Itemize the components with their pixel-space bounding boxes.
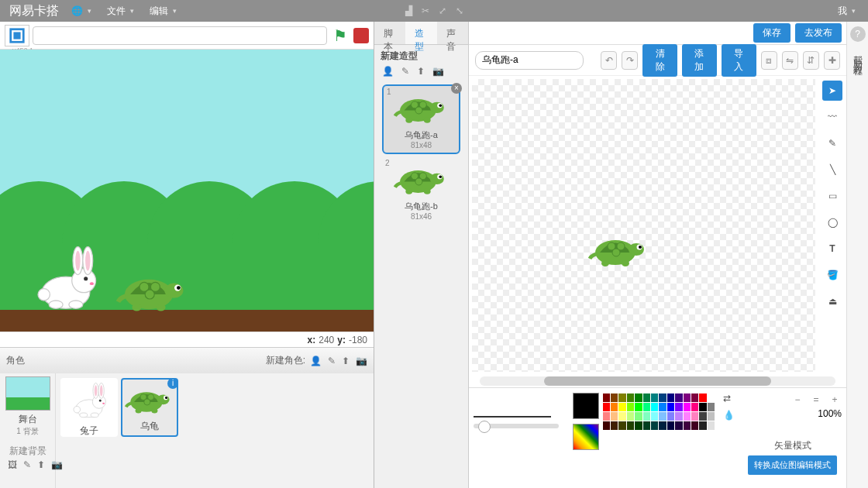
tab-script[interactable]: 脚本 bbox=[374, 22, 405, 44]
color-palette[interactable] bbox=[602, 393, 716, 431]
text-tool[interactable]: T bbox=[822, 239, 842, 259]
zoom-in-icon[interactable]: + bbox=[828, 393, 842, 407]
import-button[interactable]: 导入 bbox=[722, 44, 756, 77]
file-menu[interactable]: 文件 bbox=[99, 5, 142, 18]
stage[interactable] bbox=[0, 50, 374, 332]
oval-tool[interactable]: ◯ bbox=[822, 212, 842, 232]
stage-thumb[interactable]: 舞台 1 背景 新建背景 🖼 ✎ ⬆ 📷 bbox=[0, 373, 56, 488]
zoom-out-icon[interactable]: − bbox=[790, 393, 804, 407]
vector-mode-label: 矢量模式 bbox=[743, 439, 842, 452]
toolbar-center: ▟ ✂ ⤢ ⤡ bbox=[405, 5, 463, 16]
grow-icon[interactable]: ⤢ bbox=[439, 5, 446, 16]
camera-icon[interactable]: 📷 bbox=[356, 356, 367, 366]
info-badge[interactable]: i bbox=[167, 378, 178, 389]
publish-button[interactable]: 去发布 bbox=[795, 23, 842, 43]
brand: 网易卡搭 bbox=[5, 3, 64, 19]
h-scrollbar[interactable] bbox=[480, 376, 835, 386]
center-icon[interactable]: ✚ bbox=[824, 51, 840, 70]
help-sidebar[interactable]: ? 帮助与教程 bbox=[846, 22, 868, 488]
sprite-rabbit[interactable] bbox=[23, 245, 108, 314]
costume-camera-icon[interactable]: 📷 bbox=[432, 66, 444, 77]
stamp-tool[interactable]: ⏏ bbox=[822, 291, 842, 311]
sprite-turtle[interactable] bbox=[116, 266, 191, 313]
flip-v-icon[interactable]: ⇵ bbox=[803, 51, 819, 70]
undo-button[interactable]: ↶ bbox=[601, 51, 617, 70]
paint-canvas[interactable] bbox=[472, 79, 815, 372]
sprite-thumb-rabbit[interactable]: 兔子 bbox=[60, 378, 118, 437]
flip-h-icon[interactable]: ⇋ bbox=[782, 51, 798, 70]
tabs: 脚本 造型 声音 bbox=[374, 22, 468, 45]
line-width-preview bbox=[474, 416, 551, 418]
help-icon[interactable]: ? bbox=[850, 26, 866, 42]
costume-1[interactable]: 1 × 乌龟跑-a 81x48 bbox=[382, 84, 460, 154]
shrink-icon[interactable]: ⤡ bbox=[456, 5, 463, 16]
rect-tool[interactable]: ▭ bbox=[822, 186, 842, 206]
topbar: 网易卡搭 🌐 文件 编辑 ▟ ✂ ⤢ ⤡ 我 bbox=[0, 0, 868, 22]
eyedropper-icon[interactable]: 💧 bbox=[723, 410, 735, 422]
redo-button[interactable]: ↷ bbox=[622, 51, 638, 70]
new-sprite-label: 新建角色: bbox=[266, 354, 305, 367]
color-picker-icon[interactable] bbox=[573, 424, 599, 450]
select-tool[interactable]: ➤ bbox=[822, 81, 842, 101]
costume-library-icon[interactable]: 👤 bbox=[382, 66, 394, 77]
stage-status: x:240 y:-180 bbox=[0, 332, 374, 347]
costume-name-input[interactable] bbox=[475, 51, 584, 70]
globe-menu[interactable]: 🌐 bbox=[64, 5, 99, 16]
zoom-reset-icon[interactable]: = bbox=[809, 393, 823, 407]
zoom-value: 100% bbox=[743, 408, 842, 419]
cut-icon[interactable]: ✂ bbox=[422, 5, 429, 16]
add-button[interactable]: 添加 bbox=[682, 44, 717, 77]
swap-colors-icon[interactable]: ⇄ bbox=[723, 393, 735, 405]
tab-sound[interactable]: 声音 bbox=[437, 22, 468, 44]
sprites-label: 角色 bbox=[6, 354, 25, 367]
svg-rect-21 bbox=[13, 32, 20, 39]
fill-tool[interactable]: 🪣 bbox=[822, 265, 842, 285]
bg-paint-icon[interactable]: ✎ bbox=[23, 459, 31, 470]
pen-tool[interactable]: ✎ bbox=[822, 133, 842, 153]
costume-upload-icon[interactable]: ⬆ bbox=[417, 66, 425, 77]
paint-tools: ➤ 〰 ✎ ╲ ▭ ◯ T 🪣 ⏏ bbox=[818, 76, 846, 372]
green-flag-icon[interactable]: ⚑ bbox=[330, 26, 350, 45]
close-icon[interactable]: × bbox=[451, 83, 462, 94]
reshape-tool[interactable]: 〰 bbox=[822, 107, 842, 127]
line-tool[interactable]: ╲ bbox=[822, 160, 842, 180]
costume-2[interactable]: 2 乌龟跑-b 81x46 bbox=[382, 157, 460, 224]
tab-costume[interactable]: 造型 bbox=[405, 22, 436, 44]
paint-icon[interactable]: ✎ bbox=[328, 356, 336, 366]
save-button[interactable]: 保存 bbox=[753, 23, 790, 43]
convert-mode-button[interactable]: 转换成位图编辑模式 bbox=[748, 455, 837, 475]
sprite-thumb-turtle[interactable]: i 乌龟 bbox=[121, 378, 178, 437]
bg-upload-icon[interactable]: ⬆ bbox=[37, 459, 45, 470]
clear-button[interactable]: 清除 bbox=[642, 44, 677, 77]
project-title-input[interactable] bbox=[33, 26, 327, 45]
stage-toolbar: ⚑ bbox=[0, 22, 374, 50]
library-icon[interactable]: 👤 bbox=[310, 356, 322, 366]
user-menu[interactable]: 我 bbox=[830, 5, 863, 18]
crop-icon[interactable]: ⧈ bbox=[761, 51, 777, 70]
line-width-slider[interactable] bbox=[474, 424, 559, 428]
primary-color[interactable] bbox=[573, 393, 599, 419]
stop-button[interactable] bbox=[353, 28, 369, 43]
costume-paint-icon[interactable]: ✎ bbox=[401, 66, 409, 77]
edit-menu[interactable]: 编辑 bbox=[142, 5, 184, 18]
bg-library-icon[interactable]: 🖼 bbox=[8, 459, 17, 470]
upload-icon[interactable]: ⬆ bbox=[342, 356, 350, 366]
fullscreen-button[interactable] bbox=[5, 25, 29, 46]
stamp-icon[interactable]: ▟ bbox=[405, 5, 412, 16]
